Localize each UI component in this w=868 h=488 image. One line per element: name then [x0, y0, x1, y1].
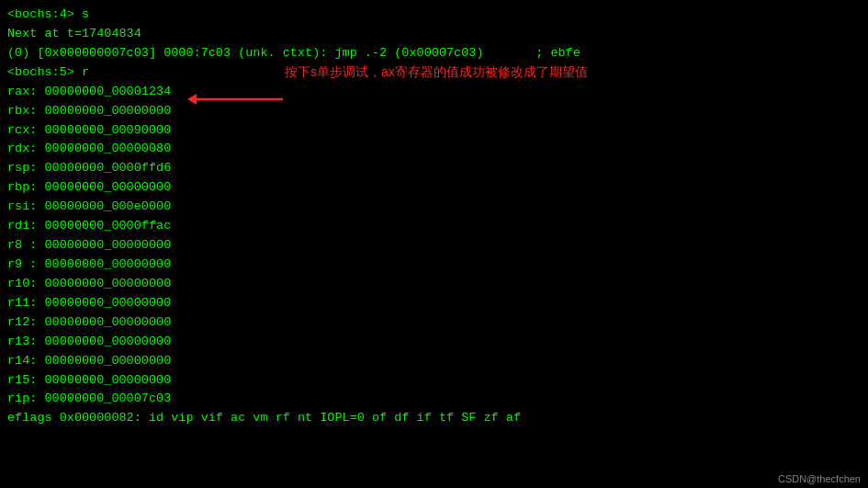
terminal-line: rbx: 00000000_00000000	[7, 102, 861, 121]
watermark: CSDN@thecfchen	[778, 473, 861, 484]
terminal-line: r11: 00000000_00000000	[7, 294, 861, 313]
terminal-line: <bochs:4> s	[7, 6, 861, 25]
terminal-line: r12: 00000000_00000000	[7, 313, 861, 333]
terminal-line: Next at t=17404834	[7, 25, 861, 44]
terminal-line: r10: 00000000_00000000	[7, 275, 861, 294]
terminal-line: r9 : 00000000_00000000	[7, 255, 861, 275]
terminal-output: <bochs:4> sNext at t=17404834(0) [0x0000…	[7, 6, 861, 428]
terminal-line: rsp: 00000000_0000ffd6	[7, 159, 861, 178]
terminal-line: r14: 00000000_00000000	[7, 352, 861, 371]
terminal-line: rdx: 00000000_00000080	[7, 140, 861, 159]
terminal-line: r13: 00000000_00000000	[7, 333, 861, 352]
terminal-line: rdi: 00000000_0000ffac	[7, 217, 861, 236]
terminal-line: rsi: 00000000_000e0000	[7, 198, 861, 217]
terminal-line: r8 : 00000000_00000000	[7, 236, 861, 255]
terminal-line: r15: 00000000_00000000	[7, 371, 861, 391]
terminal-line: eflags 0x00000082: id vip vif ac vm rf n…	[7, 409, 861, 428]
terminal-line: rax: 00000000_00001234	[7, 83, 861, 102]
terminal-line: rbp: 00000000_00000000	[7, 178, 861, 198]
terminal-line: rip: 00000000_00007c03	[7, 390, 861, 409]
terminal-line: (0) [0x000000007c03] 0000:7c03 (unk. ctx…	[7, 44, 861, 63]
terminal-line: rcx: 00000000_00090000	[7, 121, 861, 141]
terminal-line: <bochs:5> r	[7, 63, 861, 83]
terminal-window: <bochs:4> sNext at t=17404834(0) [0x0000…	[0, 0, 868, 488]
